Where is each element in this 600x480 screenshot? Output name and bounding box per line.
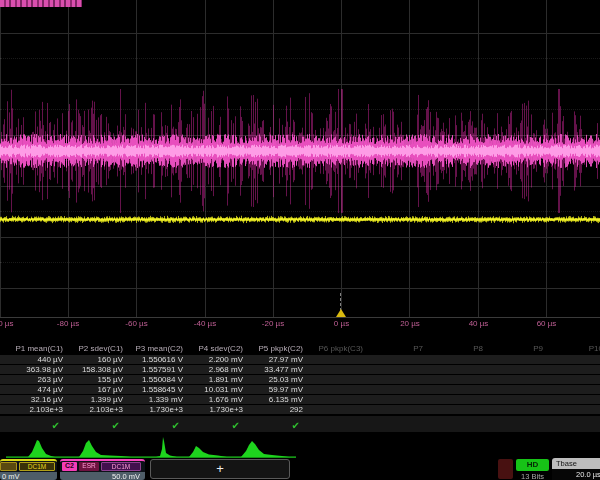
measure-cell: 1.550616 V	[125, 355, 183, 364]
measure-cell: 474 µV	[5, 385, 63, 394]
measure-cell: 1.730e+3	[125, 405, 183, 414]
measure-cell: 33.477 mV	[245, 365, 303, 374]
timebase-title: Tbase	[552, 458, 600, 469]
hd-bits-label: 13 Bits	[510, 472, 555, 480]
measure-cell: 10.031 mV	[185, 385, 243, 394]
c2-label-badge: C2	[62, 462, 77, 471]
measure-cell: 155 µV	[65, 375, 123, 384]
status-check-icon: ✔	[185, 420, 240, 432]
measure-cell: 363.98 µV	[5, 365, 63, 374]
c1-coupling-badge: DC1M	[19, 462, 55, 471]
c2-esr-badge: ESR	[79, 462, 99, 471]
time-tick-label: 20 µs	[400, 319, 420, 328]
status-check-icon: ✔	[65, 420, 120, 432]
status-check-icon: ✔	[245, 420, 300, 432]
measure-cell: 440 µV	[5, 355, 63, 364]
measure-cell: 2.968 mV	[185, 365, 243, 374]
c2-scale-value: 50.0 mV	[60, 472, 145, 480]
add-channel-button[interactable]: +	[150, 459, 290, 479]
measure-header-P8[interactable]: P8	[425, 344, 483, 354]
c1-scale-value: 0 mV	[0, 472, 57, 480]
measure-cell: 1.730e+3	[185, 405, 243, 414]
measure-cell: 1.676 mV	[185, 395, 243, 404]
measure-cell: 2.200 mV	[185, 355, 243, 364]
measure-cell: 32.16 µV	[5, 395, 63, 404]
measure-cell: 1.557591 V	[125, 365, 183, 374]
measure-header-P9[interactable]: P9	[485, 344, 543, 354]
measure-cell: 292	[245, 405, 303, 414]
time-tick-label: 0 µs	[334, 319, 349, 328]
time-tick-label: 60 µs	[537, 319, 557, 328]
clipped-badge	[0, 462, 17, 471]
status-check-icon: ✔	[5, 420, 60, 432]
time-tick-label: 40 µs	[469, 319, 489, 328]
oscilloscope-screen: -100 µs-80 µs-60 µs-40 µs-20 µs0 µs20 µs…	[0, 0, 600, 480]
measure-header-P6[interactable]: P6 pkpk(C3)	[305, 344, 363, 354]
measure-cell: 2.103e+3	[65, 405, 123, 414]
measure-cell: 1.891 mV	[185, 375, 243, 384]
trigger-position-marker-icon[interactable]	[336, 309, 346, 317]
measure-cell: 158.308 µV	[65, 365, 123, 374]
measure-cell: 1.399 µV	[65, 395, 123, 404]
time-tick-label: -20 µs	[262, 319, 284, 328]
measure-cell: 2.103e+3	[5, 405, 63, 414]
channel-c2-descriptor[interactable]: C2 ESR DC1M 50.0 mV	[60, 459, 145, 480]
timebase-value: 20.0 µs/div	[552, 469, 600, 480]
measure-cell: 160 µV	[65, 355, 123, 364]
measure-cell: 167 µV	[65, 385, 123, 394]
measure-cell: 263 µV	[5, 375, 63, 384]
measure-header-P1[interactable]: P1 mean(C1)	[5, 344, 63, 354]
measure-header-P2[interactable]: P2 sdev(C1)	[65, 344, 123, 354]
measure-header-P10[interactable]: P10	[545, 344, 600, 354]
measure-cell: 1.558645 V	[125, 385, 183, 394]
time-tick-label: -100 µs	[0, 319, 13, 328]
measure-cell: 25.03 mV	[245, 375, 303, 384]
measure-header-P4[interactable]: P4 sdev(C2)	[185, 344, 243, 354]
time-tick-label: -60 µs	[125, 319, 147, 328]
clipped-trace-label	[0, 0, 82, 7]
time-tick-label: -40 µs	[194, 319, 216, 328]
measure-cell: 27.97 mV	[245, 355, 303, 364]
status-check-icon: ✔	[125, 420, 180, 432]
time-tick-label: -80 µs	[57, 319, 79, 328]
measure-cell: 6.135 mV	[245, 395, 303, 404]
measure-cell: 59.97 mV	[245, 385, 303, 394]
hd-mode-button[interactable]: HD	[516, 459, 549, 471]
timebase-descriptor[interactable]: Tbase 20.0 µs/div	[552, 458, 600, 480]
measure-header-P5[interactable]: P5 pkpk(C2)	[245, 344, 303, 354]
measure-header-P3[interactable]: P3 mean(C2)	[125, 344, 183, 354]
measure-header-P7[interactable]: P7	[365, 344, 423, 354]
measure-cell: 1.339 mV	[125, 395, 183, 404]
channel-c1-descriptor[interactable]: DC1M 0 mV	[0, 459, 57, 480]
c2-coupling-badge: DC1M	[101, 462, 141, 471]
measure-cell: 1.550084 V	[125, 375, 183, 384]
